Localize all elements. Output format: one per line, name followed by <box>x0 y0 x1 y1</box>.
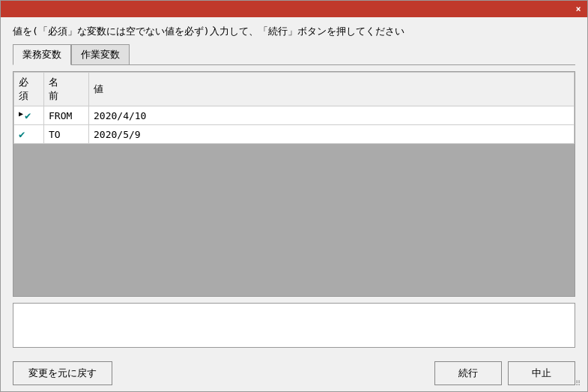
text-input-area[interactable] <box>13 303 575 348</box>
action-buttons: 続行 中止 <box>434 361 575 385</box>
variables-table: 必須 名前 値 ▶ ✔ FROM 2020/4/10 <box>13 72 575 144</box>
table-row[interactable]: ▶ ✔ FROM 2020/4/10 <box>14 106 575 125</box>
title-bar: × <box>1 1 587 17</box>
table-row[interactable]: ✔ TO 2020/5/9 <box>14 125 575 144</box>
row2-required: ✔ <box>14 125 44 144</box>
table-area: 必須 名前 値 ▶ ✔ FROM 2020/4/10 <box>13 71 575 297</box>
tab-business-variables[interactable]: 業務変数 <box>13 44 71 65</box>
row1-name: FROM <box>44 106 89 125</box>
tab-work-variables[interactable]: 作業変数 <box>71 44 130 64</box>
content-area: 値を(「必須」な変数には空でない値を必ず)入力して、「続行」ボタンを押してくださ… <box>1 17 587 355</box>
instruction-text: 値を(「必須」な変数には空でない値を必ず)入力して、「続行」ボタンを押してくださ… <box>13 25 575 38</box>
row1-check: ✔ <box>25 109 31 121</box>
row2-check: ✔ <box>19 128 25 140</box>
row2-name: TO <box>44 125 89 144</box>
header-name: 名前 <box>44 73 89 106</box>
empty-table-area <box>13 144 575 296</box>
continue-button[interactable]: 続行 <box>434 361 502 385</box>
row1-arrow: ▶ <box>19 109 23 118</box>
close-button[interactable]: × <box>572 3 584 15</box>
cancel-button[interactable]: 中止 <box>508 361 575 385</box>
reset-button[interactable]: 変更を元に戻す <box>13 361 112 385</box>
bottom-buttons: 変更を元に戻す 続行 中止 <box>1 355 587 391</box>
row1-required: ▶ ✔ <box>14 106 44 125</box>
row2-value[interactable]: 2020/5/9 <box>89 125 575 144</box>
resize-handle[interactable]: ⠿ <box>575 379 584 388</box>
tab-bar: 業務変数 作業変数 <box>13 44 575 65</box>
header-value: 値 <box>89 73 575 106</box>
main-window: × 値を(「必須」な変数には空でない値を必ず)入力して、「続行」ボタンを押してく… <box>0 0 588 392</box>
header-required: 必須 <box>14 73 44 106</box>
row1-value[interactable]: 2020/4/10 <box>89 106 575 125</box>
